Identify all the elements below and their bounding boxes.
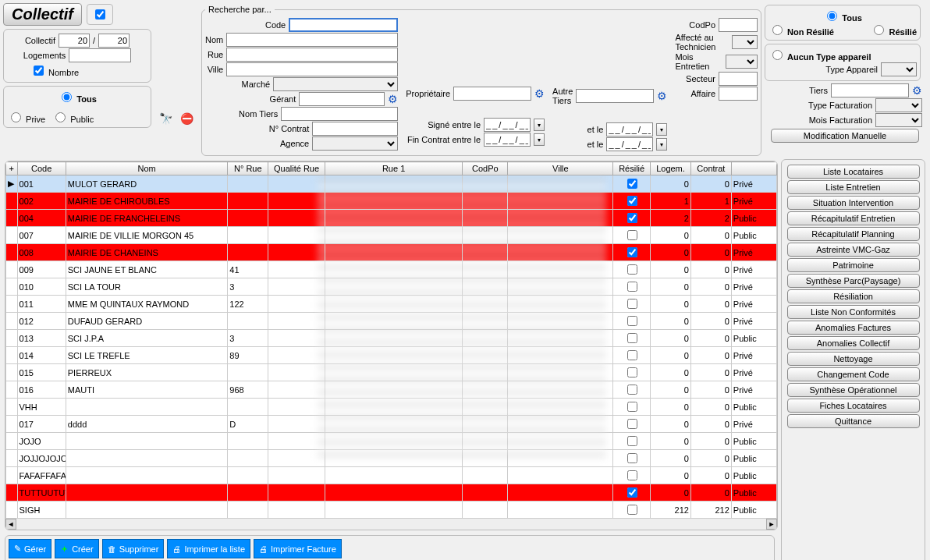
side-button[interactable]: Quittance bbox=[787, 414, 920, 428]
autre-input[interactable] bbox=[576, 89, 654, 103]
moisentr-select[interactable] bbox=[726, 55, 758, 69]
side-button[interactable]: Patrimoine bbox=[787, 258, 920, 272]
table-row[interactable]: 008MAIRIE DE CHANEINS00Privé bbox=[6, 244, 777, 261]
col-header[interactable]: Logem. bbox=[651, 162, 691, 175]
nom-input[interactable] bbox=[226, 33, 398, 47]
table-row[interactable]: VHH00Public bbox=[6, 399, 777, 416]
radio-tous2[interactable]: Tous bbox=[823, 9, 862, 23]
refresh-icon[interactable]: ⚙ bbox=[388, 93, 398, 105]
imprimer-facture-action[interactable]: 🖨Imprimer Facture bbox=[254, 539, 342, 558]
signe-date1[interactable] bbox=[484, 118, 531, 132]
col-header[interactable] bbox=[731, 162, 776, 175]
col-header[interactable]: Contrat bbox=[690, 162, 731, 175]
table-row[interactable]: 014SCI LE TREFLE8900Privé bbox=[6, 347, 777, 364]
table-row[interactable]: 009SCI JAUNE ET BLANC4100Privé bbox=[6, 261, 777, 278]
h-scrollbar[interactable]: ◄► bbox=[5, 519, 777, 530]
affecte-select[interactable] bbox=[732, 35, 758, 49]
gerer-action[interactable]: ✎Gérer bbox=[9, 539, 51, 558]
typeapp-select[interactable] bbox=[881, 62, 917, 76]
radio-tous[interactable]: Tous bbox=[7, 90, 147, 104]
logements-input[interactable] bbox=[69, 48, 131, 62]
table-row[interactable]: TUTTUUTUT00Public bbox=[6, 484, 777, 502]
side-button[interactable]: Synthèse Opérationnel bbox=[787, 383, 920, 397]
date-spinner-icon[interactable]: ▾ bbox=[656, 138, 667, 151]
col-header[interactable]: Qualité Rue bbox=[268, 162, 325, 175]
visu-ligne-checkbox[interactable] bbox=[87, 4, 113, 25]
agence-select[interactable] bbox=[312, 136, 398, 151]
table-row[interactable]: FAFAFFAFA00Public bbox=[6, 467, 777, 484]
date-spinner-icon[interactable]: ▾ bbox=[534, 133, 545, 146]
table-row[interactable]: JOJO00Public bbox=[6, 433, 777, 450]
side-button[interactable]: Nettoyage bbox=[787, 352, 920, 366]
fin-date1[interactable] bbox=[484, 133, 531, 147]
table-row[interactable]: 007MAIRIE DE VILLIE MORGON 4500Public bbox=[6, 227, 777, 244]
table-row[interactable]: SIGH212212Public bbox=[6, 502, 777, 519]
code-input[interactable] bbox=[289, 18, 398, 32]
modif-manuelle-button[interactable]: Modification Manuelle bbox=[771, 129, 919, 143]
col-header[interactable]: Nom bbox=[66, 162, 228, 175]
side-button[interactable]: Récapitulatif Planning bbox=[787, 227, 920, 241]
side-button[interactable]: Récapitulatif Entretien bbox=[787, 211, 920, 225]
radio-nonres[interactable]: Non Résilié bbox=[768, 23, 834, 37]
fin-date2[interactable] bbox=[606, 137, 653, 151]
col-header[interactable]: Ville bbox=[508, 162, 613, 175]
nomtiers-input[interactable] bbox=[281, 107, 398, 121]
col-plus[interactable]: + bbox=[6, 162, 18, 175]
imprimer-liste-action[interactable]: 🖨Imprimer la liste bbox=[167, 539, 250, 558]
table-row[interactable]: 015PIERREUX00Privé bbox=[6, 364, 777, 381]
side-button[interactable]: Situation Intervention bbox=[787, 196, 920, 210]
signe-date2[interactable] bbox=[606, 122, 653, 136]
creer-action[interactable]: ＋Créer bbox=[55, 539, 99, 558]
radio-res[interactable]: Résilié bbox=[870, 23, 917, 37]
cancel-icon[interactable]: ⛔ bbox=[180, 112, 193, 125]
side-button[interactable]: Liste Entretien bbox=[787, 180, 920, 194]
side-button[interactable]: Fiches Locataires bbox=[787, 399, 920, 413]
tiers-input[interactable] bbox=[831, 83, 909, 97]
refresh-icon[interactable]: ⚙ bbox=[912, 84, 922, 97]
date-spinner-icon[interactable]: ▾ bbox=[656, 123, 667, 136]
data-grid[interactable]: +CodeNomN° RueQualité RueRue 1CodPoVille… bbox=[5, 161, 777, 519]
col-header[interactable]: Code bbox=[17, 162, 66, 175]
col-header[interactable]: CodPo bbox=[463, 162, 508, 175]
moisfact-select[interactable] bbox=[875, 113, 922, 127]
table-row[interactable]: 011MME M QUINTAUX RAYMOND12200Privé bbox=[6, 296, 777, 313]
affaire-input[interactable] bbox=[719, 87, 758, 101]
side-button[interactable]: Synthèse Parc(Paysage) bbox=[787, 274, 920, 288]
refresh-icon[interactable]: ⚙ bbox=[657, 90, 667, 102]
date-spinner-icon[interactable]: ▾ bbox=[534, 119, 545, 131]
collectif-b[interactable] bbox=[98, 34, 130, 48]
radio-prive[interactable]: Prive bbox=[7, 110, 45, 124]
rue-input[interactable] bbox=[226, 48, 398, 62]
binoculars-icon[interactable]: 🔭 bbox=[159, 112, 172, 125]
codpo-input[interactable] bbox=[719, 18, 758, 32]
table-row[interactable]: 016MAUTI96800Privé bbox=[6, 381, 777, 399]
marche-select[interactable] bbox=[273, 77, 398, 91]
table-row[interactable]: ▶001MULOT GERARD00Privé bbox=[6, 175, 777, 193]
ncontrat-input[interactable] bbox=[312, 122, 398, 136]
collectif-a[interactable] bbox=[59, 34, 90, 48]
side-button[interactable]: Résiliation bbox=[787, 289, 920, 303]
side-button[interactable]: Astreinte VMC-Gaz bbox=[787, 243, 920, 257]
col-header[interactable]: Résilié bbox=[613, 162, 651, 175]
side-button[interactable]: Liste Non Conformités bbox=[787, 305, 920, 319]
col-header[interactable]: Rue 1 bbox=[325, 162, 462, 175]
prop-input[interactable] bbox=[453, 87, 531, 101]
side-button[interactable]: Changement Code bbox=[787, 367, 920, 381]
table-row[interactable]: 012DUFAUD GERARD00Privé bbox=[6, 313, 777, 330]
nombre-checkbox[interactable]: Nombre bbox=[30, 63, 79, 78]
col-header[interactable]: N° Rue bbox=[228, 162, 268, 175]
radio-public[interactable]: Public bbox=[51, 110, 94, 124]
table-row[interactable]: 002MAIRIE DE CHIROUBLES11Privé bbox=[6, 193, 777, 210]
secteur-input[interactable] bbox=[719, 72, 758, 86]
side-button[interactable]: Anomalies Factures bbox=[787, 321, 920, 335]
table-row[interactable]: 004MAIRIE DE FRANCHELEINS22Public bbox=[6, 210, 777, 227]
table-row[interactable]: 010SCI LA TOUR300Privé bbox=[6, 278, 777, 296]
typefact-select[interactable] bbox=[875, 98, 922, 112]
table-row[interactable]: 013SCI J.P.A300Public bbox=[6, 330, 777, 347]
refresh-icon[interactable]: ⚙ bbox=[534, 87, 545, 100]
gerant-input[interactable] bbox=[299, 92, 385, 106]
table-row[interactable]: 017ddddD00Privé bbox=[6, 416, 777, 433]
radio-aucun[interactable]: Aucun Type appareil bbox=[768, 52, 871, 62]
ville-input[interactable] bbox=[226, 62, 398, 76]
side-button[interactable]: Liste Locataires bbox=[787, 165, 920, 179]
